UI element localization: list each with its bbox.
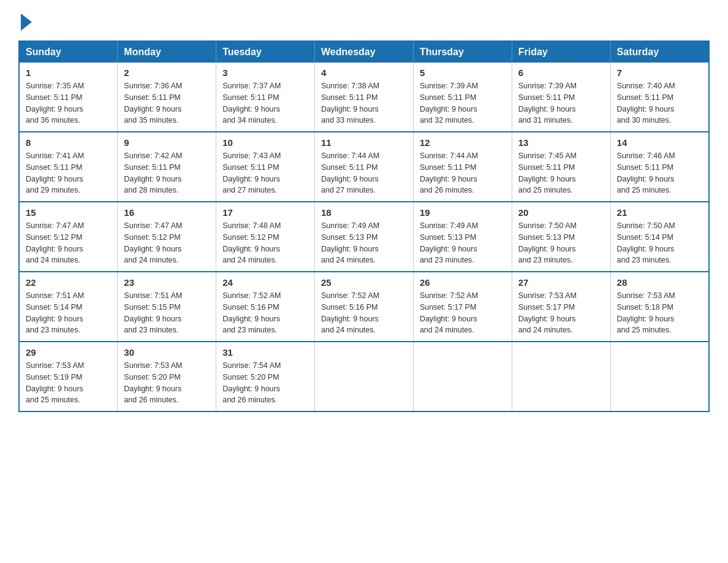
day-number: 20 [518,207,604,218]
day-number: 29 [26,347,111,358]
calendar-cell: 27 Sunrise: 7:53 AM Sunset: 5:17 PM Dayl… [512,272,610,342]
day-number: 26 [420,277,506,288]
col-saturday: Saturday [610,41,709,63]
calendar-table: Sunday Monday Tuesday Wednesday Thursday… [18,40,710,412]
day-info: Sunrise: 7:50 AM Sunset: 5:13 PM Dayligh… [518,221,577,264]
calendar-cell: 4 Sunrise: 7:38 AM Sunset: 5:11 PM Dayli… [315,63,414,132]
col-sunday: Sunday [19,41,118,63]
calendar-cell: 7 Sunrise: 7:40 AM Sunset: 5:11 PM Dayli… [610,63,709,132]
day-number: 5 [420,67,506,78]
day-info: Sunrise: 7:41 AM Sunset: 5:11 PM Dayligh… [26,151,84,194]
calendar-cell: 16 Sunrise: 7:47 AM Sunset: 5:12 PM Dayl… [118,202,216,272]
calendar-cell: 24 Sunrise: 7:52 AM Sunset: 5:16 PM Dayl… [216,272,315,342]
calendar-cell [512,342,610,412]
day-number: 6 [518,67,604,78]
day-info: Sunrise: 7:54 AM Sunset: 5:20 PM Dayligh… [222,361,281,404]
logo-arrow-icon [21,13,32,31]
day-number: 30 [124,347,210,358]
calendar-cell: 10 Sunrise: 7:43 AM Sunset: 5:11 PM Dayl… [216,132,315,202]
day-number: 31 [222,347,308,358]
day-number: 3 [222,67,308,78]
calendar-cell: 28 Sunrise: 7:53 AM Sunset: 5:18 PM Dayl… [610,272,709,342]
day-info: Sunrise: 7:52 AM Sunset: 5:17 PM Dayligh… [420,291,478,334]
day-info: Sunrise: 7:35 AM Sunset: 5:11 PM Dayligh… [26,82,84,124]
day-info: Sunrise: 7:36 AM Sunset: 5:11 PM Dayligh… [124,82,182,124]
day-info: Sunrise: 7:43 AM Sunset: 5:11 PM Dayligh… [222,151,281,194]
day-number: 4 [321,67,407,78]
calendar-cell: 6 Sunrise: 7:39 AM Sunset: 5:11 PM Dayli… [512,63,610,132]
calendar-week-row-5: 29 Sunrise: 7:53 AM Sunset: 5:19 PM Dayl… [19,342,709,412]
day-info: Sunrise: 7:53 AM Sunset: 5:17 PM Dayligh… [518,291,577,334]
calendar-cell: 22 Sunrise: 7:51 AM Sunset: 5:14 PM Dayl… [19,272,118,342]
day-info: Sunrise: 7:37 AM Sunset: 5:11 PM Dayligh… [222,82,281,124]
calendar-cell: 14 Sunrise: 7:46 AM Sunset: 5:11 PM Dayl… [610,132,709,202]
logo [18,12,32,28]
calendar-week-row-1: 1 Sunrise: 7:35 AM Sunset: 5:11 PM Dayli… [19,63,709,132]
day-info: Sunrise: 7:50 AM Sunset: 5:14 PM Dayligh… [617,221,675,264]
day-info: Sunrise: 7:53 AM Sunset: 5:19 PM Dayligh… [26,361,84,404]
calendar-cell: 5 Sunrise: 7:39 AM Sunset: 5:11 PM Dayli… [413,63,512,132]
col-friday: Friday [512,41,610,63]
calendar-cell: 21 Sunrise: 7:50 AM Sunset: 5:14 PM Dayl… [610,202,709,272]
day-number: 14 [617,137,702,148]
day-info: Sunrise: 7:48 AM Sunset: 5:12 PM Dayligh… [222,221,281,264]
day-info: Sunrise: 7:51 AM Sunset: 5:15 PM Dayligh… [124,291,182,334]
calendar-cell: 1 Sunrise: 7:35 AM Sunset: 5:11 PM Dayli… [19,63,118,132]
day-number: 25 [321,277,407,288]
col-tuesday: Tuesday [216,41,315,63]
calendar-cell: 9 Sunrise: 7:42 AM Sunset: 5:11 PM Dayli… [118,132,216,202]
calendar-week-row-2: 8 Sunrise: 7:41 AM Sunset: 5:11 PM Dayli… [19,132,709,202]
calendar-week-row-3: 15 Sunrise: 7:47 AM Sunset: 5:12 PM Dayl… [19,202,709,272]
day-number: 10 [222,137,308,148]
day-number: 9 [124,137,210,148]
calendar-cell: 30 Sunrise: 7:53 AM Sunset: 5:20 PM Dayl… [118,342,216,412]
day-number: 17 [222,207,308,218]
day-info: Sunrise: 7:44 AM Sunset: 5:11 PM Dayligh… [321,151,379,194]
day-number: 23 [124,277,210,288]
calendar-cell: 11 Sunrise: 7:44 AM Sunset: 5:11 PM Dayl… [315,132,414,202]
day-number: 22 [26,277,111,288]
calendar-cell: 26 Sunrise: 7:52 AM Sunset: 5:17 PM Dayl… [413,272,512,342]
day-number: 16 [124,207,210,218]
day-number: 19 [420,207,506,218]
day-info: Sunrise: 7:47 AM Sunset: 5:12 PM Dayligh… [124,221,182,264]
logo-general-text [18,12,32,31]
calendar-cell: 12 Sunrise: 7:44 AM Sunset: 5:11 PM Dayl… [413,132,512,202]
calendar-cell: 13 Sunrise: 7:45 AM Sunset: 5:11 PM Dayl… [512,132,610,202]
day-info: Sunrise: 7:47 AM Sunset: 5:12 PM Dayligh… [26,221,84,264]
day-number: 27 [518,277,604,288]
calendar-cell: 18 Sunrise: 7:49 AM Sunset: 5:13 PM Dayl… [315,202,414,272]
page-header [18,12,710,28]
day-info: Sunrise: 7:53 AM Sunset: 5:18 PM Dayligh… [617,291,675,334]
day-info: Sunrise: 7:52 AM Sunset: 5:16 PM Dayligh… [222,291,281,334]
calendar-cell [315,342,414,412]
day-info: Sunrise: 7:40 AM Sunset: 5:11 PM Dayligh… [617,82,675,124]
day-info: Sunrise: 7:46 AM Sunset: 5:11 PM Dayligh… [617,151,675,194]
day-info: Sunrise: 7:39 AM Sunset: 5:11 PM Dayligh… [420,82,478,124]
day-number: 24 [222,277,308,288]
day-number: 21 [617,207,702,218]
col-monday: Monday [118,41,216,63]
day-info: Sunrise: 7:38 AM Sunset: 5:11 PM Dayligh… [321,82,379,124]
calendar-cell: 15 Sunrise: 7:47 AM Sunset: 5:12 PM Dayl… [19,202,118,272]
day-number: 7 [617,67,702,78]
day-number: 18 [321,207,407,218]
calendar-cell: 2 Sunrise: 7:36 AM Sunset: 5:11 PM Dayli… [118,63,216,132]
day-number: 8 [26,137,111,148]
calendar-week-row-4: 22 Sunrise: 7:51 AM Sunset: 5:14 PM Dayl… [19,272,709,342]
calendar-cell: 20 Sunrise: 7:50 AM Sunset: 5:13 PM Dayl… [512,202,610,272]
day-number: 15 [26,207,111,218]
calendar-cell: 29 Sunrise: 7:53 AM Sunset: 5:19 PM Dayl… [19,342,118,412]
calendar-cell: 25 Sunrise: 7:52 AM Sunset: 5:16 PM Dayl… [315,272,414,342]
calendar-cell: 19 Sunrise: 7:49 AM Sunset: 5:13 PM Dayl… [413,202,512,272]
calendar-header-row: Sunday Monday Tuesday Wednesday Thursday… [19,41,709,63]
calendar-cell: 23 Sunrise: 7:51 AM Sunset: 5:15 PM Dayl… [118,272,216,342]
day-number: 11 [321,137,407,148]
day-number: 2 [124,67,210,78]
calendar-cell [413,342,512,412]
calendar-cell: 17 Sunrise: 7:48 AM Sunset: 5:12 PM Dayl… [216,202,315,272]
day-info: Sunrise: 7:49 AM Sunset: 5:13 PM Dayligh… [420,221,478,264]
day-info: Sunrise: 7:53 AM Sunset: 5:20 PM Dayligh… [124,361,182,404]
day-number: 28 [617,277,702,288]
calendar-cell: 3 Sunrise: 7:37 AM Sunset: 5:11 PM Dayli… [216,63,315,132]
